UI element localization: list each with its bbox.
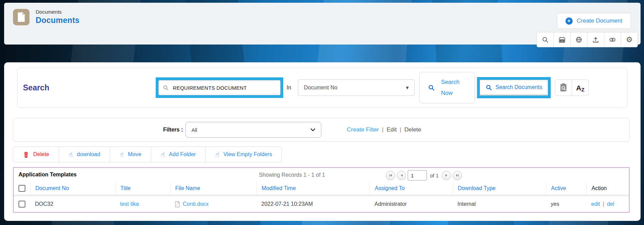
- upload-icon[interactable]: [587, 33, 604, 47]
- search-icon: [486, 84, 492, 91]
- hand-pointer-icon: ☝: [69, 151, 73, 158]
- plus-circle-icon: +: [565, 17, 573, 25]
- separator: |: [382, 126, 383, 133]
- highlight-box-search-input: [156, 77, 283, 98]
- column-header-document-no[interactable]: Document No: [30, 182, 115, 195]
- highlight-box-search-documents: Search Documents: [477, 77, 551, 98]
- cell-file-name-link[interactable]: Conti.docx: [183, 201, 209, 207]
- next-page-button[interactable]: [442, 171, 451, 180]
- previous-page-button[interactable]: [397, 171, 406, 180]
- search-icon: [428, 84, 435, 91]
- move-button[interactable]: ☝ Move: [110, 147, 151, 162]
- download-label: download: [77, 151, 100, 158]
- page-title: Documents: [36, 16, 80, 25]
- edit-filter-link[interactable]: Edit: [386, 126, 396, 133]
- column-header-file-name[interactable]: File Name: [170, 182, 257, 195]
- cell-modified-time: 2022-07-21 10:23AM: [257, 201, 370, 207]
- last-page-button[interactable]: [453, 171, 462, 180]
- breadcrumb: Documents: [36, 9, 62, 15]
- header-icon-toolbar: 31 ⚙: [537, 32, 638, 47]
- search-documents-label: Search Documents: [496, 84, 542, 90]
- header-card: Documents Documents + Create Document 31…: [4, 3, 641, 45]
- delete-label: Delete: [33, 151, 49, 158]
- cell-assigned-to: Administrator: [370, 201, 453, 207]
- first-page-button[interactable]: [386, 171, 395, 180]
- filters-label: Filters :: [163, 127, 183, 133]
- row-checkbox-cell: [14, 201, 30, 208]
- edit-row-link[interactable]: edit: [591, 201, 600, 207]
- sort-az-icon[interactable]: AZ: [572, 79, 589, 96]
- page-number-input[interactable]: [408, 170, 427, 180]
- separator: |: [603, 201, 604, 207]
- search-now-button[interactable]: Search Now: [419, 72, 475, 103]
- delete-filter-link[interactable]: Delete: [404, 126, 421, 133]
- view-empty-folders-button[interactable]: ☝ View Empty Folders: [205, 147, 282, 162]
- create-filter-link[interactable]: Create Filter: [347, 126, 379, 133]
- search-field-value: Document No: [304, 85, 337, 91]
- content-card: Search In Document No ▼ Search Now: [4, 62, 641, 221]
- column-header-assigned-to[interactable]: Assigned To: [370, 182, 453, 195]
- filters-panel: Filters : All Create Filter | Edit | Del…: [13, 118, 630, 142]
- cell-title-link[interactable]: test tika: [120, 201, 139, 207]
- clipboard-search-icon[interactable]: [555, 79, 572, 96]
- row-checkbox[interactable]: [19, 201, 25, 208]
- search-now-label-1: Search: [441, 79, 460, 86]
- search-icon[interactable]: [537, 33, 553, 47]
- separator: |: [400, 126, 401, 133]
- search-heading: Search: [23, 83, 49, 92]
- add-folder-button[interactable]: ☝ Add Folder: [151, 147, 206, 162]
- document-type-icon: [13, 9, 29, 25]
- hand-pointer-icon: ☝: [120, 151, 124, 158]
- move-label: Move: [128, 151, 141, 158]
- dropdown-arrow-icon: ▼: [406, 86, 409, 90]
- search-field-select[interactable]: Document No ▼: [298, 79, 415, 96]
- search-icon: [163, 85, 169, 91]
- search-now-label-2: Now: [441, 90, 460, 97]
- documents-table: Application Templates Showing Records 1 …: [13, 167, 630, 213]
- select-all-checkbox-cell: [14, 182, 30, 195]
- delete-button[interactable]: Delete: [13, 147, 59, 162]
- column-header-active[interactable]: Active: [546, 182, 586, 195]
- add-folder-label: Add Folder: [169, 151, 196, 158]
- column-header-modified-time[interactable]: Modified Time: [257, 182, 370, 195]
- column-header-title[interactable]: Title: [115, 182, 170, 195]
- pagination: of 1: [386, 170, 462, 180]
- gear-icon[interactable]: ⚙: [621, 33, 637, 47]
- record-count-text: Showing Records 1 - 1 of 1: [259, 172, 325, 178]
- actions-row: Delete ☝ download ☝ Move ☝ Add Folder ☝ …: [13, 147, 282, 162]
- select-all-checkbox[interactable]: [19, 185, 25, 192]
- create-document-label: Create Document: [577, 17, 622, 24]
- hand-pointer-icon: ☝: [161, 151, 165, 158]
- in-label: In: [287, 85, 291, 91]
- search-panel: Search In Document No ▼ Search Now: [17, 68, 628, 108]
- search-documents-button[interactable]: Search Documents: [480, 80, 548, 96]
- filters-select-value: All: [191, 127, 197, 133]
- calendar-icon[interactable]: 31: [553, 33, 570, 47]
- column-header-action: Action: [586, 182, 629, 195]
- search-input[interactable]: [172, 85, 276, 91]
- globe-icon[interactable]: [570, 33, 587, 47]
- hand-pointer-icon: ☝: [215, 151, 219, 158]
- link-icon[interactable]: [604, 33, 621, 47]
- file-icon: [175, 201, 180, 208]
- page-of-label: of 1: [430, 173, 439, 178]
- delete-row-link[interactable]: del: [607, 201, 614, 207]
- cell-document-no: DOC32: [30, 201, 115, 207]
- search-input-wrap: [158, 80, 281, 95]
- create-document-button[interactable]: + Create Document: [557, 13, 631, 29]
- view-empty-folders-label: View Empty Folders: [223, 151, 272, 158]
- table-header-row: Document No Title File Name Modified Tim…: [14, 182, 629, 196]
- cell-download-type: Internal: [453, 201, 546, 207]
- trash-icon: [23, 151, 29, 158]
- svg-text:31: 31: [561, 39, 563, 42]
- filters-select[interactable]: All: [186, 122, 321, 138]
- table-top-bar: Application Templates Showing Records 1 …: [14, 168, 629, 182]
- table-title: Application Templates: [19, 172, 77, 178]
- column-header-download-type[interactable]: Download Type: [453, 182, 546, 195]
- table-row: DOC32 test tika Conti.docx 2022-07-21 10…: [14, 196, 629, 212]
- chevron-down-icon: [310, 128, 315, 132]
- download-button[interactable]: ☝ download: [59, 147, 110, 162]
- cell-active: yes: [546, 201, 586, 207]
